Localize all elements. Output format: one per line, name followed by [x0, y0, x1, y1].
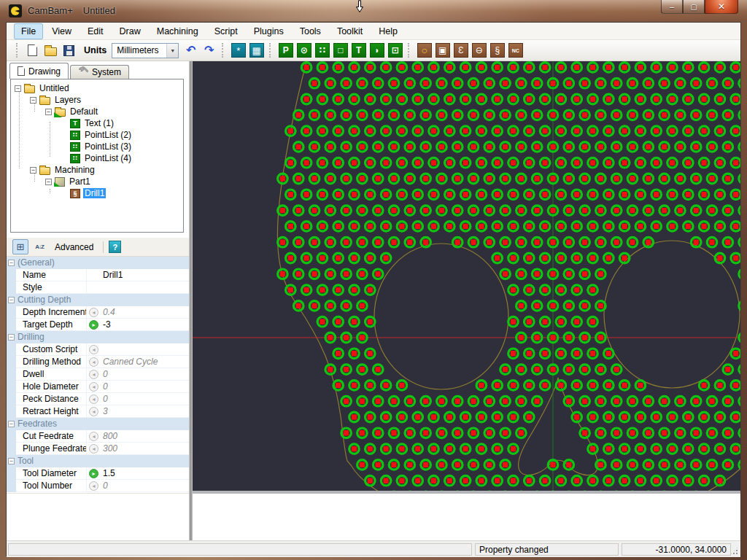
default-value-icon[interactable]: ◂: [89, 432, 98, 441]
collapse-expander-icon[interactable]: −: [15, 85, 21, 92]
menu-item-script[interactable]: Script: [207, 23, 245, 39]
property-row-custom-script[interactable]: Custom Script◂: [7, 343, 189, 356]
new-document-icon[interactable]: [24, 42, 41, 59]
toolbar-grip[interactable]: [16, 43, 20, 58]
property-row-target-depth[interactable]: Target Depth▸-3: [7, 319, 189, 331]
default-value-icon[interactable]: ◂: [89, 444, 98, 454]
property-row-plunge-feedrate[interactable]: Plunge Feedrate◂300: [7, 443, 189, 455]
property-row-cut-feedrate[interactable]: Cut Feedrate◂800: [7, 430, 189, 443]
collapse-expander-icon[interactable]: −: [45, 179, 52, 185]
property-value[interactable]: 800: [101, 431, 189, 441]
property-value[interactable]: 3: [101, 406, 189, 416]
category-row[interactable]: −Drilling: [7, 331, 189, 343]
toolbar-grip[interactable]: [222, 43, 225, 58]
draw-polyhedron-icon[interactable]: ⊡: [387, 42, 403, 59]
menu-item-plugins[interactable]: Plugins: [247, 23, 291, 39]
property-row-tool-diameter[interactable]: Tool Diameter▸1.5: [7, 467, 189, 480]
tab-system[interactable]: System: [70, 65, 129, 79]
menu-item-toolkit[interactable]: Toolkit: [330, 23, 370, 39]
gcode-icon[interactable]: NC: [507, 42, 524, 59]
default-value-icon[interactable]: ◂: [89, 382, 98, 392]
categorized-icon[interactable]: ⊞: [12, 239, 28, 254]
property-row-name[interactable]: NameDrill1: [7, 269, 189, 281]
open-folder-icon[interactable]: [42, 42, 59, 59]
toolbar-grip[interactable]: [269, 43, 273, 58]
tree-item-untitled[interactable]: −Untitled: [11, 82, 183, 94]
category-row[interactable]: −Feedrates: [7, 418, 189, 430]
help-icon[interactable]: ?: [109, 241, 121, 253]
mop-pocket-icon[interactable]: ▣: [434, 42, 451, 59]
draw-text-icon[interactable]: T: [350, 42, 367, 59]
property-value[interactable]: Canned Cycle: [101, 357, 189, 367]
property-value[interactable]: 1.5: [101, 468, 189, 478]
mop-profile-icon[interactable]: ⊖: [471, 42, 487, 59]
property-value[interactable]: -3: [101, 319, 189, 330]
tab-drawing[interactable]: Drawing: [9, 63, 69, 79]
toolbar-grip[interactable]: [408, 43, 411, 58]
menu-item-machining[interactable]: Machining: [150, 23, 206, 39]
collapse-expander-icon[interactable]: −: [30, 167, 36, 174]
property-value[interactable]: Drill1: [101, 270, 189, 280]
tree-item-pointlist-3-[interactable]: ∷PointList (3): [11, 141, 183, 152]
property-grid[interactable]: −(General)NameDrill1Style−Cutting DepthD…: [7, 257, 189, 494]
tree-item-layers[interactable]: −Layers: [11, 94, 183, 106]
collapse-expander-icon[interactable]: −: [8, 260, 15, 266]
drawing-canvas[interactable]: [193, 61, 740, 491]
title-bar[interactable]: CamBam+Untitled –▢✕: [0, 0, 747, 22]
category-row[interactable]: −(General): [7, 257, 189, 269]
property-row-retract-height[interactable]: Retract Height◂3: [7, 405, 189, 418]
property-value[interactable]: 0.4: [101, 307, 189, 317]
set-value-icon[interactable]: ▸: [89, 469, 98, 478]
property-value[interactable]: 0: [101, 369, 189, 379]
collapse-expander-icon[interactable]: −: [8, 297, 15, 303]
menu-item-edit[interactable]: Edit: [80, 23, 111, 39]
advanced-button[interactable]: Advanced: [50, 241, 98, 254]
tree-item-machining[interactable]: −Machining: [11, 164, 183, 176]
alphabetical-sort-icon[interactable]: A↓Z: [31, 239, 47, 254]
tree-item-pointlist-4-[interactable]: ∷PointList (4): [11, 152, 183, 164]
property-row-drilling-method[interactable]: Drilling Method◂Canned Cycle: [7, 356, 189, 368]
category-row[interactable]: −Tool: [7, 455, 189, 467]
collapse-expander-icon[interactable]: −: [8, 334, 15, 341]
draw-pointlist-icon[interactable]: ∷: [314, 42, 330, 59]
property-value[interactable]: 300: [101, 443, 189, 454]
grid-icon[interactable]: ▦: [248, 42, 265, 59]
menu-item-draw[interactable]: Draw: [112, 23, 148, 39]
property-row-depth-increment[interactable]: Depth Increment◂0.4: [7, 306, 189, 319]
property-row-dwell[interactable]: Dwell◂0: [7, 368, 189, 381]
close-button[interactable]: ✕: [705, 0, 738, 14]
default-value-icon[interactable]: ◂: [89, 407, 98, 416]
collapse-expander-icon[interactable]: −: [45, 109, 52, 115]
menu-item-tools[interactable]: Tools: [293, 23, 328, 39]
menu-item-file[interactable]: File: [14, 23, 43, 39]
redo-icon[interactable]: ↷: [201, 42, 217, 59]
minimize-button[interactable]: –: [661, 0, 683, 14]
tree-item-default[interactable]: −Default: [11, 106, 183, 117]
snap-points-icon[interactable]: *: [230, 42, 247, 59]
undo-icon[interactable]: ↶: [182, 42, 199, 59]
tree-item-text-1-[interactable]: TText (1): [11, 117, 183, 129]
property-row-style[interactable]: Style: [7, 281, 189, 294]
menu-item-help[interactable]: Help: [371, 23, 405, 39]
tree-item-part1[interactable]: −Part1: [11, 176, 183, 187]
tree-item-pointlist-2-[interactable]: ∷PointList (2): [11, 129, 183, 141]
default-value-icon[interactable]: ◂: [89, 357, 98, 367]
draw-polyline-icon[interactable]: P: [277, 42, 294, 59]
property-row-tool-number[interactable]: Tool Number◂0: [7, 480, 189, 492]
save-icon[interactable]: [61, 42, 77, 59]
collapse-expander-icon[interactable]: −: [30, 97, 36, 104]
maximize-button[interactable]: ▢: [683, 0, 705, 14]
collapse-expander-icon[interactable]: −: [8, 421, 15, 427]
drawing-tree[interactable]: −Untitled−Layers−DefaultTText (1)∷PointL…: [10, 79, 184, 233]
property-row-hole-diameter[interactable]: Hole Diameter◂0: [7, 381, 189, 393]
default-value-icon[interactable]: ◂: [89, 370, 98, 379]
tree-item-drill1[interactable]: §Drill1: [11, 187, 183, 199]
mop-circle-icon[interactable]: ○: [416, 42, 433, 59]
menu-item-view[interactable]: View: [44, 23, 79, 39]
property-value[interactable]: 0: [101, 381, 189, 392]
draw-circle-icon[interactable]: ⊙: [295, 42, 312, 59]
mop-drill-icon[interactable]: §: [489, 42, 506, 59]
default-value-icon[interactable]: ◂: [89, 345, 98, 354]
default-value-icon[interactable]: ◂: [89, 481, 98, 491]
property-value[interactable]: 0: [101, 394, 189, 404]
